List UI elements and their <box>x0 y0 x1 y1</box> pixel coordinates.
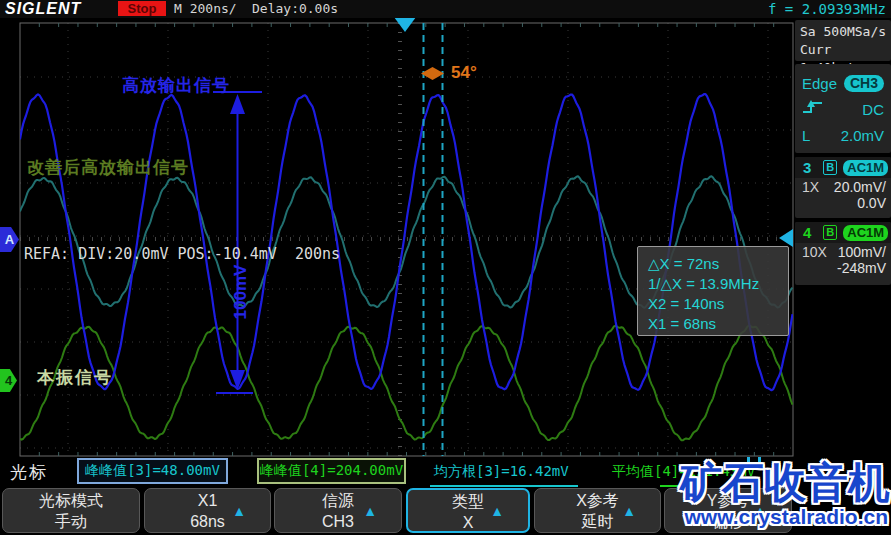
measurement-vpp-ch3: 峰峰值[3]=48.00mV <box>77 458 228 484</box>
run-state-badge[interactable]: Stop <box>118 1 166 16</box>
measurement-vpp-ch4: 峰峰值[4]=204.00mV <box>257 458 406 484</box>
watermark-title: 矿石收音机 <box>680 460 890 506</box>
channel3-number: 3 <box>803 159 811 176</box>
softkey-title: 光标模式 <box>3 490 139 511</box>
up-arrow-icon: ▲ <box>232 500 246 521</box>
channel4-offset: -248mV <box>795 260 891 276</box>
cursor-x1: X1 = 68ns <box>648 314 788 334</box>
trigger-source-badge: CH3 <box>844 75 884 92</box>
softkey-cursor-mode[interactable]: 光标模式 手动 <box>2 488 140 533</box>
ch4-wave-annotation: 本振信号 <box>37 366 113 389</box>
up-arrow-icon: ▲ <box>363 500 377 521</box>
channel4-coupling-badge: AC1M <box>843 225 888 241</box>
trigger-panel[interactable]: Edge CH3 DC L 2.0mV <box>795 64 891 153</box>
cursor-readout-box: △X = 72ns 1/△X = 13.9MHz X2 = 140ns X1 =… <box>637 246 789 336</box>
bandwidth-limit-icon: B <box>823 225 837 240</box>
channel4-panel[interactable]: 4 B AC1M 10X 100mV/ -248mV <box>795 222 891 285</box>
channel4-probe: 10X <box>802 244 827 260</box>
channel4-number: 4 <box>803 224 811 241</box>
cursor-mode-label: 光标 <box>10 461 48 484</box>
trigger-level-value: 2.0mV <box>841 127 884 144</box>
arrowhead-down-icon <box>230 370 245 390</box>
ref-wave-annotation: 高放输出信号 <box>122 74 230 97</box>
measurement-value: 峰峰值[4]=204.00mV <box>260 462 403 480</box>
frequency-counter: f = 2.09393MHz <box>768 1 886 17</box>
trace-1 <box>20 326 793 441</box>
rising-edge-icon <box>802 99 824 119</box>
arrowhead-up-icon <box>230 94 245 114</box>
softkey-value: X <box>408 512 528 533</box>
channel3-coupling-badge: AC1M <box>843 160 888 176</box>
delay-readout: Delay:0.00s <box>252 1 338 16</box>
measurement-value: 峰峰值[3]=48.00mV <box>85 462 220 480</box>
softkey-value: 68ns <box>145 511 270 532</box>
softkey-title: 类型 <box>408 491 528 512</box>
ch3-wave-annotation: 改善后高放输出信号 <box>27 156 189 179</box>
trigger-position-marker[interactable] <box>394 17 416 32</box>
cursor-dx: △X = 72ns <box>648 254 788 274</box>
trigger-type: Edge <box>802 75 837 92</box>
up-arrow-icon: ▲ <box>622 500 636 521</box>
measurement-underline-cyan <box>430 485 578 487</box>
trigger-coupling: DC <box>862 101 884 118</box>
softkey-value: 延时 <box>535 511 660 532</box>
trigger-level-label: L <box>802 127 810 144</box>
channel4-scale: 100mV/ <box>838 244 886 260</box>
measurement-rms-ch3: 均方根[3]=16.42mV <box>434 463 569 481</box>
softkey-value: 手动 <box>3 511 139 532</box>
timebase-readout: M 200ns/ <box>174 1 237 16</box>
bandwidth-limit-icon: B <box>823 160 837 175</box>
up-arrow-icon: ▲ <box>490 500 504 521</box>
softkey-source[interactable]: 信源 CH3 ▲ <box>274 488 402 533</box>
channel3-panel[interactable]: 3 B AC1M 1X 20.0mV/ 0.0V <box>795 157 891 218</box>
softkey-x1[interactable]: X1 68ns ▲ <box>144 488 271 533</box>
softkey-title: 信源 <box>275 490 401 511</box>
channel3-scale: 20.0mV/ <box>834 179 886 195</box>
watermark-url: www.crystalradio.cn <box>685 505 888 529</box>
sample-rate: Sa 500MSa/s <box>800 23 891 41</box>
acquisition-panel: Sa 500MSa/s Curr 1.40kpts <box>795 20 891 61</box>
channel3-offset: 0.0V <box>795 195 891 211</box>
top-status-bar: SIGLENT Stop M 200ns/ Delay:0.00s f = 2.… <box>0 0 891 18</box>
softkey-title: X参考 <box>535 490 660 511</box>
softkey-type[interactable]: 类型 X ▲ <box>406 488 530 533</box>
channel3-probe: 1X <box>802 179 819 195</box>
softkey-x-reference[interactable]: X参考 延时 ▲ <box>534 488 661 533</box>
amplitude-arrow-annotation: 100mV <box>231 265 251 320</box>
softkey-title: X1 <box>145 490 270 511</box>
cursor-freq: 1/△X = 13.9MHz <box>648 274 788 294</box>
cursor-x2: X2 = 140ns <box>648 294 788 314</box>
ref-waveform-info: REFA: DIV:20.0mV POS:-10.4mV 200ns <box>24 245 340 263</box>
softkey-value: CH3 <box>275 511 401 532</box>
brand-logo: SIGLENT <box>5 0 81 18</box>
phase-annotation: 54° <box>451 63 477 83</box>
